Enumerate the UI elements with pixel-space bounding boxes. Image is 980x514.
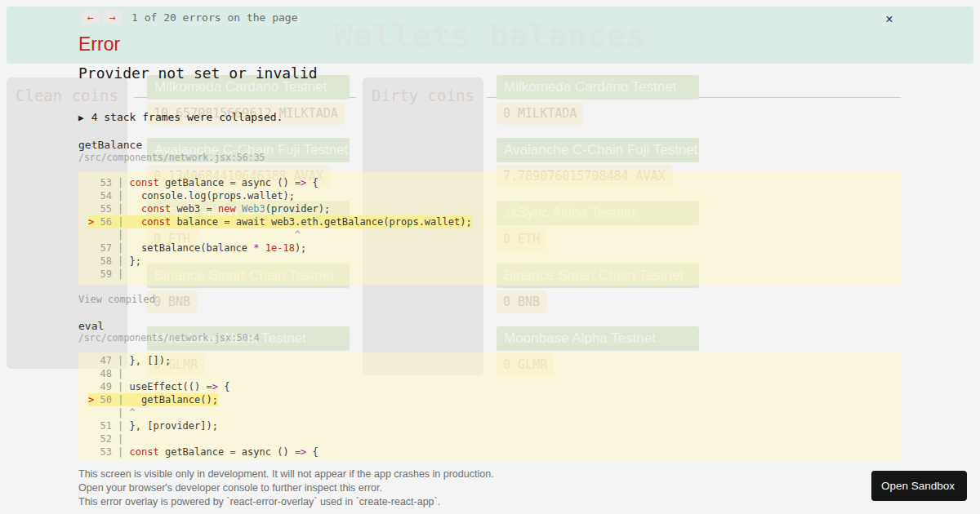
code-line: 47 | }, []); [88,354,892,367]
code-line: 49 | useEffect(() => { [88,380,892,393]
code-line: > 50 | getBalance(); [88,393,892,406]
code-line: | ^ [88,406,892,419]
frame-function-name: eval [78,320,104,332]
arrow-right-icon: → [109,11,116,24]
code-frame: 53 | const getBalance = async () => { 54… [78,171,902,286]
code-line: | ^ [88,228,892,241]
code-line: 55 | const web3 = new Web3(provider); [88,202,892,215]
view-compiled-link[interactable]: View compiled [78,294,155,305]
code-line: 52 | [88,432,892,445]
previous-error-button[interactable]: ← [81,10,100,24]
error-message: Provider not set or invalid [78,64,318,82]
frame-source-path: /src/components/network.jsx:56:35 [78,152,265,163]
code-line: 51 | }, [provider]); [88,419,892,432]
panel-heading: Dirty coins [372,86,474,104]
collapse-arrow-icon: ▶ [78,113,84,123]
arrow-left-icon: ← [87,11,94,24]
network-name: Milkomeda Cardano Testnet [497,75,699,100]
next-error-button[interactable]: → [103,10,122,24]
error-type: Error [78,33,120,55]
error-counter: 1 of 20 errors on the page [131,11,298,24]
footer-note-console: Open your browser's developer console to… [78,482,382,494]
open-sandbox-button[interactable]: Open Sandbox [871,471,967,501]
panel-heading: Clean coins [16,86,118,104]
code-line: 48 | [88,367,892,380]
network-balance: 0 BNB [497,290,546,313]
code-line: 59 | [88,268,892,281]
code-frame: 47 | }, []); 48 | 49 | useEffect(() => {… [78,352,902,460]
code-line: > 56 | const balance = await web3.eth.ge… [88,215,892,228]
frame-function-name: getBalance [78,139,142,151]
footer: This screen is visible only in developme… [0,462,980,514]
footer-note-development: This screen is visible only in developme… [78,468,494,480]
network-balance: 0 MILKTADA [497,102,583,125]
code-line: 53 | const getBalance = async () => { [88,445,892,459]
footer-note-powered-by: This error overlay is powered by `react-… [78,496,440,507]
stack-frames-label: 4 stack frames were collapsed. [91,111,283,123]
stack-frames-toggle[interactable]: ▶4 stack frames were collapsed. [78,111,283,123]
network-name: Avalanche C-Chain Fuji Testnet [497,138,699,162]
code-line: 54 | console.log(props.wallet); [88,189,892,202]
code-line: 57 | setBalance(balance * 1e-18); [88,241,892,255]
network-name: Moonbase Alpha Testnet [497,326,699,351]
code-line: 58 | }; [88,255,892,268]
close-icon: × [885,12,893,26]
close-button[interactable]: × [880,11,898,29]
frame-source-path: /src/components/network.jsx:50:4 [78,332,260,343]
code-line: 53 | const getBalance = async () => { [88,176,892,189]
